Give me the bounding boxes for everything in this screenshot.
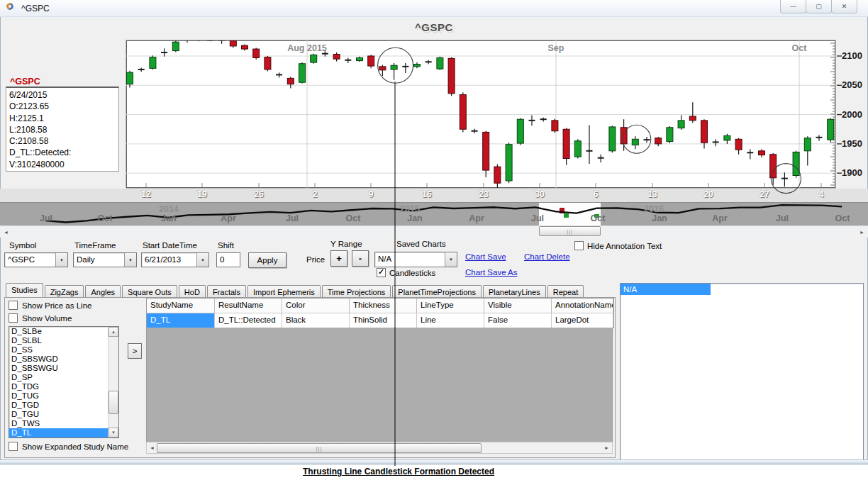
y-axis-tick-label: 2000 (842, 109, 868, 120)
table-header-resultname[interactable]: ResultName (215, 299, 282, 313)
study-list-item[interactable]: D_TUG (9, 391, 108, 401)
y-axis-tick-label: 1950 (842, 138, 868, 149)
study-list-item[interactable]: D_TDG (9, 382, 108, 391)
start-datetime-picker[interactable]: 6/21/2013 ▼ (141, 252, 209, 267)
study-list-scrollbar-thumb[interactable] (108, 391, 118, 414)
add-study-button[interactable]: > (128, 343, 142, 359)
tab-planettimeprojections[interactable]: PlanetTimeProjections (392, 285, 482, 298)
tab-import-ephemeris[interactable]: Import Ephemeris (247, 285, 321, 298)
chart-delete-link[interactable]: Chart Delete (524, 252, 570, 261)
tab-planetarylines[interactable]: PlanetaryLines (483, 285, 546, 298)
table-header-thickness[interactable]: Thickness (350, 299, 417, 313)
study-listbox[interactable]: D_SLBeD_SLBLD_SSD_SBSWGDD_SBSWGUD_SPD_TD… (9, 326, 119, 438)
x-axis-tick-label: 26 (249, 189, 269, 199)
table-cell[interactable]: False (484, 313, 552, 328)
chevron-down-icon[interactable]: ▼ (445, 252, 457, 267)
show-expanded-checkbox[interactable]: ✓ (9, 442, 18, 451)
y-range-minus-button[interactable]: - (352, 250, 369, 267)
study-list-scrollbar[interactable]: ▲ ▼ (108, 327, 118, 437)
table-scrollbar-thumb[interactable]: ||| (157, 443, 482, 453)
table-header-studyname[interactable]: StudyName (147, 299, 215, 313)
table-horizontal-scrollbar[interactable]: ◄ ► ||| (146, 442, 613, 454)
y-axis-tick-label: 1900 (842, 167, 868, 178)
table-header-visible[interactable]: Visible (484, 299, 552, 313)
table-cell[interactable]: D_TL::Detected (215, 313, 282, 328)
navigator-month-label: Oct (92, 213, 118, 223)
study-list-item[interactable]: D_SLBL (9, 336, 108, 345)
table-cell[interactable]: LargeDot (552, 313, 613, 328)
study-list-item[interactable]: D_SLBe (9, 327, 108, 336)
table-header-linetype[interactable]: LineType (417, 299, 484, 313)
chart-save-as-link[interactable]: Chart Save As (465, 268, 518, 277)
table-cell[interactable]: Black (282, 313, 350, 328)
navigator-scrollbar-thumb[interactable]: ||| (539, 226, 601, 236)
navigator-month-label: Jul (33, 213, 59, 223)
show-volume-label: Show Volume (22, 314, 72, 323)
tab-angles[interactable]: Angles (85, 285, 121, 298)
table-cell[interactable]: D_TL (147, 313, 215, 328)
scroll-left-arrow-icon[interactable]: ◄ (1, 228, 11, 236)
annotation-listbox[interactable]: N/A (620, 283, 864, 460)
timeline-navigator[interactable]: 201420152016 JulOctJanAprJulOctJanAprJul… (0, 202, 868, 225)
show-price-as-line-checkbox[interactable]: ✓ (9, 301, 18, 310)
tab-time-projections[interactable]: Time Projections (322, 285, 391, 298)
tab-fractals[interactable]: Fractals (207, 285, 246, 298)
tab-zigzags[interactable]: ZigZags (45, 285, 84, 298)
tab-square-outs[interactable]: Square Outs (122, 285, 177, 298)
study-table-row[interactable]: D_TLD_TL::DetectedBlackThinSolidLineFals… (146, 313, 614, 328)
shift-input[interactable]: 0 (216, 252, 240, 267)
minimize-button[interactable]: — (780, 0, 806, 13)
x-axis-tick-label: 23 (474, 189, 494, 199)
scroll-left-arrow-icon[interactable]: ◄ (147, 442, 157, 453)
study-list-item[interactable]: D_TGU (9, 410, 108, 419)
show-volume-checkbox[interactable]: ✓ (9, 313, 18, 323)
chevron-down-icon[interactable]: ▼ (196, 253, 208, 267)
tab-hod[interactable]: HoD (179, 285, 206, 298)
table-cell[interactable]: ThinSolid (350, 313, 417, 328)
navigator-scrollbar-track[interactable] (0, 225, 868, 238)
chevron-down-icon[interactable]: ▼ (124, 253, 136, 267)
x-axis-tick-label: 30 (530, 189, 550, 199)
tab-repeat[interactable]: Repeat (547, 285, 584, 298)
close-button[interactable]: ✕ (831, 0, 857, 13)
navigator-month-label: Jul (525, 213, 550, 223)
start-datetime-label: Start DateTime (143, 241, 197, 250)
scroll-right-arrow-icon[interactable]: ► (857, 228, 867, 236)
study-list-item[interactable]: D_SP (9, 373, 108, 382)
navigator-month-label: Oct (585, 213, 611, 223)
study-list-item[interactable]: D_TGD (9, 401, 108, 410)
candlesticks-checkbox[interactable]: ✓ (377, 268, 386, 277)
table-header-annotationname[interactable]: AnnotationName (552, 299, 613, 313)
navigator-year-label: 2015 (394, 204, 425, 214)
study-list-item[interactable]: D_SBSWGU (9, 364, 108, 373)
price-chart[interactable] (126, 40, 868, 188)
study-list-item[interactable]: D_TWS (9, 419, 108, 428)
title-bar[interactable]: ^GSPC (0, 0, 868, 17)
timeframe-combobox[interactable]: Daily ▼ (73, 252, 137, 267)
scroll-right-arrow-icon[interactable]: ► (601, 442, 612, 453)
navigator-chart (0, 203, 868, 225)
maximize-button[interactable]: ▢ (806, 0, 832, 13)
window-title: ^GSPC (21, 4, 50, 13)
apply-button[interactable]: Apply (248, 252, 286, 268)
y-range-label: Y Range (330, 240, 362, 248)
symbol-combobox[interactable]: ^GSPC ▼ (4, 252, 68, 267)
study-list-item[interactable]: D_SBSWGD (9, 355, 108, 364)
scroll-down-arrow-icon[interactable]: ▼ (108, 428, 118, 437)
ohlc-info-line: D_TL::Detected: (9, 147, 118, 158)
annotation-list-item[interactable]: N/A (621, 284, 711, 295)
chevron-down-icon[interactable]: ▼ (55, 253, 67, 267)
scroll-up-arrow-icon[interactable]: ▲ (108, 327, 118, 337)
navigator-month-label: Apr (464, 213, 489, 223)
table-cell[interactable]: Line (417, 313, 484, 328)
tab-studies[interactable]: Studies (6, 283, 43, 298)
saved-charts-combobox[interactable]: N/A ▼ (374, 252, 457, 267)
chart-save-link[interactable]: Chart Save (465, 252, 506, 261)
study-table-header: StudyNameResultNameColorThicknessLineTyp… (146, 298, 614, 313)
study-list-item[interactable]: D_SS (9, 345, 108, 355)
hide-annotation-checkbox[interactable]: ✓ (574, 241, 584, 250)
table-header-color[interactable]: Color (282, 299, 350, 313)
study-list-item[interactable]: D_TL (9, 428, 108, 437)
x-axis-tick-label: 19 (192, 189, 212, 199)
y-range-plus-button[interactable]: + (330, 250, 347, 267)
